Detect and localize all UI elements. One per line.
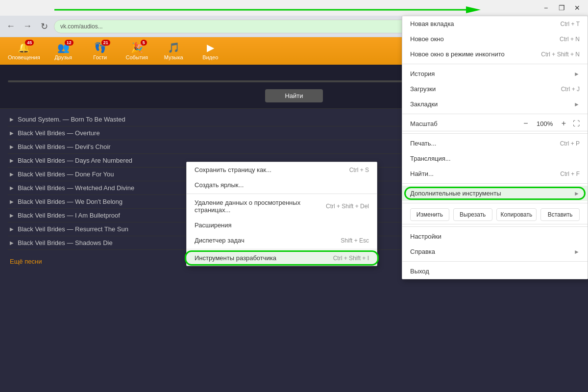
- maximize-button[interactable]: ❐: [555, 1, 568, 15]
- nav-friends[interactable]: 👥12 Друзья: [50, 42, 77, 60]
- chrome-help[interactable]: Справка ►: [402, 244, 588, 259]
- ctx-extensions-label: Расширения: [195, 221, 369, 229]
- notifications-icon: 🔔45: [18, 42, 30, 53]
- nav-guests[interactable]: 👣21 Гости: [87, 42, 114, 60]
- chrome-settings-label: Настройки: [410, 233, 580, 240]
- edit-change-button[interactable]: Изменить: [410, 208, 449, 221]
- chrome-sep-3: [402, 133, 588, 134]
- title-bar: − ❐ ✕: [0, 0, 588, 16]
- fullscreen-button[interactable]: ⛶: [573, 120, 580, 127]
- ctx-separator-2: [187, 249, 377, 249]
- music-icon: 🎵: [168, 42, 180, 53]
- nav-video-label: Видео: [202, 54, 218, 60]
- chrome-history[interactable]: История ►: [402, 66, 588, 81]
- chrome-sep-1: [402, 64, 588, 64]
- forward-button[interactable]: →: [21, 20, 34, 33]
- chrome-history-label: История: [410, 70, 574, 77]
- ctx-task-manager-label: Диспетчер задач: [195, 237, 341, 244]
- notifications-badge: 45: [25, 40, 34, 46]
- ctx-extensions[interactable]: Расширения: [187, 218, 377, 233]
- nav-music-label: Музыка: [164, 54, 183, 60]
- chrome-find[interactable]: Найти... Ctrl + F: [402, 166, 588, 181]
- nav-events[interactable]: 🎉5 События: [123, 42, 150, 60]
- nav-video[interactable]: ▶ Видео: [197, 42, 224, 60]
- ctx-create-shortcut-label: Создать ярлык...: [195, 181, 369, 189]
- video-icon: ▶: [207, 42, 214, 53]
- zoom-plus-button[interactable]: +: [559, 119, 569, 128]
- play-icon: ▶: [10, 240, 14, 245]
- ctx-create-shortcut[interactable]: Создать ярлык...: [187, 177, 377, 193]
- find-button[interactable]: Найти: [265, 89, 322, 102]
- play-icon: ▶: [10, 130, 14, 136]
- chrome-bookmarks[interactable]: Закладки ►: [402, 97, 588, 112]
- chrome-incognito[interactable]: Новое окно в режиме инкогнито Ctrl + Shi…: [402, 47, 588, 62]
- back-button[interactable]: ←: [4, 20, 18, 33]
- close-button[interactable]: ✕: [570, 1, 584, 15]
- ctx-devtools[interactable]: Инструменты разработчика Ctrl + Shift + …: [187, 250, 377, 266]
- play-icon: ▶: [10, 185, 14, 191]
- play-icon: ▶: [10, 172, 14, 177]
- ctx-clear-data-shortcut: Ctrl + Shift + Del: [326, 203, 369, 210]
- chrome-downloads[interactable]: Загрузки Ctrl + J: [402, 81, 588, 97]
- ctx-separator-1: [187, 194, 377, 194]
- window-controls: − ❐ ✕: [539, 1, 584, 15]
- chrome-sep-2: [402, 114, 588, 114]
- chrome-print[interactable]: Печать... Ctrl + P: [402, 136, 588, 151]
- chrome-new-window-label: Новое окно: [410, 35, 560, 43]
- chrome-new-tab-shortcut: Ctrl + T: [561, 21, 580, 27]
- chrome-find-shortcut: Ctrl + F: [560, 171, 580, 177]
- chrome-help-label: Справка: [410, 248, 574, 255]
- nav-music[interactable]: 🎵 Музыка: [160, 42, 187, 60]
- ctx-clear-data[interactable]: Удаление данных о просмотренных страница…: [187, 195, 377, 218]
- zoom-value: 100%: [535, 120, 555, 127]
- chrome-sep-4: [402, 183, 588, 184]
- guests-badge: 21: [101, 40, 110, 46]
- chrome-more-tools[interactable]: Дополнительные инструменты ►: [402, 186, 588, 201]
- chrome-more-tools-arrow: ►: [574, 190, 580, 197]
- chrome-print-label: Печать...: [410, 140, 560, 147]
- chrome-more-tools-label: Дополнительные инструменты: [410, 190, 574, 197]
- events-badge: 5: [141, 40, 147, 46]
- chrome-downloads-label: Загрузки: [410, 85, 561, 93]
- nav-notifications-label: Оповещения: [8, 54, 40, 60]
- play-icon: ▶: [10, 158, 14, 163]
- chrome-print-shortcut: Ctrl + P: [560, 140, 580, 147]
- chrome-downloads-shortcut: Ctrl + J: [561, 86, 580, 93]
- play-icon: ▶: [10, 117, 14, 122]
- chrome-find-label: Найти...: [410, 170, 560, 177]
- zoom-minus-button[interactable]: −: [520, 119, 531, 128]
- chrome-incognito-label: Новое окно в режиме инкогнито: [410, 50, 541, 58]
- chrome-bookmarks-arrow: ►: [574, 101, 580, 108]
- friends-icon: 👥12: [57, 42, 70, 53]
- chrome-cast[interactable]: Трансляция...: [402, 151, 588, 166]
- chrome-new-tab-label: Новая вкладка: [410, 20, 561, 27]
- chrome-new-window[interactable]: Новое окно Ctrl + N: [402, 31, 588, 47]
- ctx-task-manager[interactable]: Диспетчер задач Shift + Esc: [187, 233, 377, 248]
- chrome-sep-7: [402, 261, 588, 262]
- zoom-row: Масштаб − 100% + ⛶: [402, 116, 588, 131]
- chrome-settings[interactable]: Настройки: [402, 229, 588, 244]
- ctx-save-page[interactable]: Сохранить страницу как... Ctrl + S: [187, 162, 377, 177]
- chrome-exit-label: Выход: [410, 268, 580, 275]
- edit-cut-button[interactable]: Вырезать: [453, 208, 492, 221]
- edit-row: Изменить Вырезать Копировать Вставить: [402, 205, 588, 224]
- chrome-new-window-shortcut: Ctrl + N: [560, 36, 580, 43]
- guests-icon: 👣21: [94, 42, 106, 53]
- edit-copy-button[interactable]: Копировать: [496, 208, 537, 221]
- nav-notifications[interactable]: 🔔45 Оповещения: [8, 42, 40, 60]
- refresh-button[interactable]: ↻: [37, 20, 51, 33]
- edit-paste-button[interactable]: Вставить: [540, 208, 580, 221]
- ctx-devtools-shortcut: Ctrl + Shift + I: [333, 255, 369, 262]
- chrome-incognito-shortcut: Ctrl + Shift + N: [541, 51, 580, 58]
- chrome-help-arrow: ►: [574, 248, 580, 255]
- chrome-sep-5: [402, 203, 588, 203]
- friends-badge: 12: [65, 40, 74, 46]
- chrome-new-tab[interactable]: Новая вкладка Ctrl + T: [402, 16, 588, 31]
- chrome-exit[interactable]: Выход: [402, 264, 588, 279]
- chrome-cast-label: Трансляция...: [410, 155, 580, 162]
- chrome-sep-6: [402, 226, 588, 227]
- events-icon: 🎉5: [131, 42, 143, 53]
- minimize-button[interactable]: −: [539, 1, 553, 15]
- ctx-save-page-label: Сохранить страницу как...: [195, 166, 349, 173]
- nav-friends-label: Друзья: [54, 54, 72, 60]
